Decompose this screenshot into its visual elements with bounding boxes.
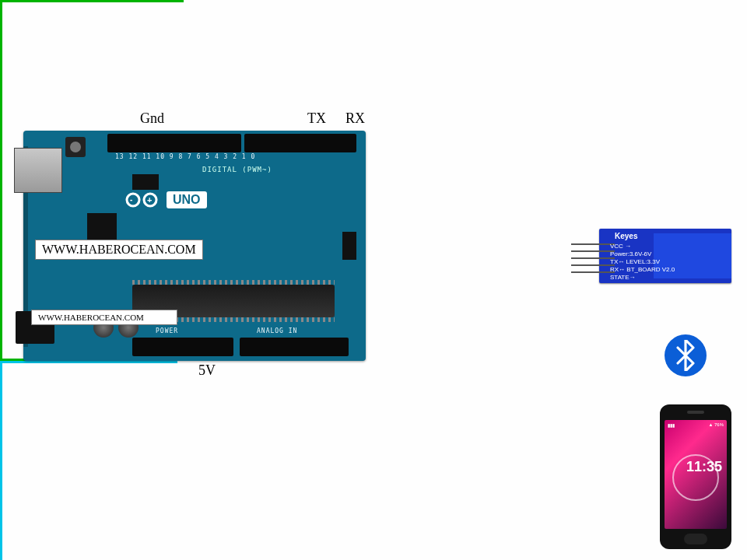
smartphone: ▮▮▮ ▲ 76% 11:35 <box>660 404 731 549</box>
watermark-url: WWW.HABEROCEAN.COM <box>35 240 203 260</box>
phone-statusbar: ▮▮▮ ▲ 76% <box>668 422 724 428</box>
silk-digital: DIGITAL (PWM~) <box>202 166 272 173</box>
uno-badge: UNO <box>167 191 207 208</box>
wire-tx-green <box>0 117 2 359</box>
wire-rx-cyan <box>0 363 2 464</box>
svg-text:+: + <box>147 195 152 205</box>
phone-signal: ▮▮▮ <box>668 422 675 428</box>
phone-screen: ▮▮▮ ▲ 76% 11:35 <box>665 420 727 529</box>
svg-point-0 <box>127 194 139 206</box>
label-gnd: Gnd <box>140 110 164 127</box>
bt-row-tx: TX↔ LEVEL:3.3V <box>610 258 675 266</box>
arduino-logo: -+ UNO <box>124 191 207 208</box>
svg-text:-: - <box>130 195 132 204</box>
label-rx: RX <box>345 110 365 127</box>
wire-rx-cyan <box>0 361 177 363</box>
label-5v: 5V <box>198 362 216 379</box>
bluetooth-icon <box>665 334 707 376</box>
bt-row-state: STATE→ <box>610 274 675 282</box>
header-digital-left <box>107 134 241 152</box>
wire-tx-green <box>0 0 184 2</box>
icsp2-header <box>132 174 159 190</box>
silk-analog: ANALOG IN <box>257 328 297 334</box>
smd-chip <box>87 213 117 243</box>
reset-button <box>65 137 86 157</box>
infinity-icon: -+ <box>124 191 159 208</box>
wire-tx-green <box>0 2 2 117</box>
bt-module-pins <box>571 238 602 278</box>
bt-module-labels: VCC → Power:3.6V-6V TX↔ LEVEL:3.3V RX↔ B… <box>610 243 675 282</box>
phone-time: 11:35 <box>686 459 722 475</box>
phone-battery: ▲ 76% <box>708 422 724 428</box>
icsp-header <box>342 232 356 260</box>
header-analog <box>240 338 349 356</box>
usb-port <box>14 148 62 193</box>
phone-home-button <box>684 534 707 544</box>
phone-speaker <box>687 411 704 414</box>
bluetooth-module: Keyes VCC → Power:3.6V-6V TX↔ LEVEL:3.3V… <box>599 229 731 283</box>
wire-rx-cyan <box>0 464 2 560</box>
header-power <box>132 338 233 356</box>
bt-module-title: Keyes <box>615 232 637 240</box>
silk-pin-numbers: 13 12 11 10 9 8 7 6 5 4 3 2 1 0 <box>115 154 349 160</box>
bt-row-rx: RX↔ BT_BOARD V2.0 <box>610 266 675 274</box>
wiring-diagram: Gnd TX RX 5V 13 12 11 10 9 8 7 6 5 4 3 2… <box>0 0 747 560</box>
bt-row-power: Power:3.6V-6V <box>610 250 675 258</box>
label-tx: TX <box>307 110 326 127</box>
bt-row-vcc: VCC → <box>610 243 675 250</box>
silk-power: POWER <box>156 328 178 334</box>
watermark-url-small: WWW.HABEROCEAN.COM <box>31 310 177 325</box>
header-digital-right <box>244 134 356 152</box>
